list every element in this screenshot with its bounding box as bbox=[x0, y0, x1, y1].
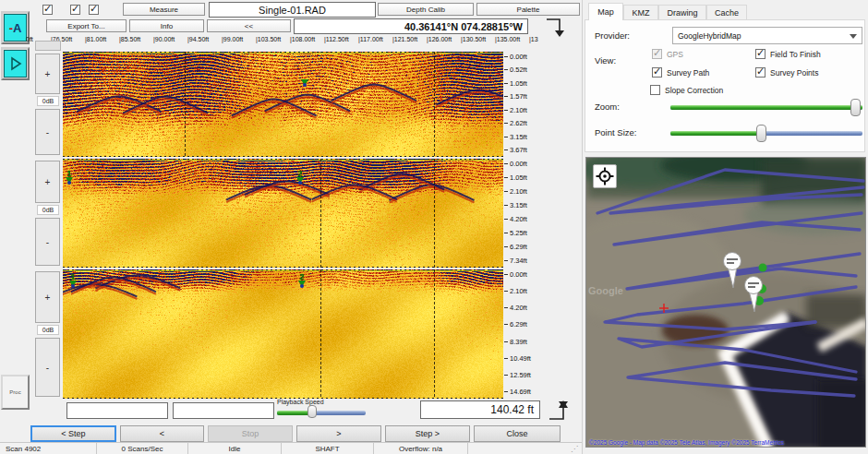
gps-checkbox[interactable]: ✓ bbox=[652, 49, 662, 59]
back-button[interactable]: < bbox=[120, 425, 204, 442]
palette-button[interactable]: Palette bbox=[476, 3, 580, 16]
proc-button[interactable]: Proc bbox=[1, 375, 30, 410]
export-to-button[interactable]: Export To... bbox=[46, 19, 127, 32]
close-button[interactable]: Close bbox=[474, 425, 561, 442]
depth-tick-label: 4.20ft bbox=[504, 304, 547, 312]
depth-tick-label: 0.52ft bbox=[504, 66, 547, 74]
marker-number: 1 bbox=[68, 273, 78, 281]
radargram-panel-2[interactable]: 1 2 bbox=[63, 159, 503, 268]
info-button[interactable]: Info bbox=[129, 19, 204, 32]
resize-grip[interactable]: ⋰ bbox=[571, 445, 578, 453]
depth-tick-label: 5.25ft bbox=[504, 229, 547, 237]
filename-field[interactable]: Single-01.RAD bbox=[209, 2, 376, 18]
depth-tick-label: 4.20ft bbox=[504, 215, 547, 223]
target-marker[interactable]: 2 bbox=[295, 170, 305, 184]
check-icon: ✓ bbox=[653, 47, 661, 59]
tab-drawing[interactable]: Drawing bbox=[658, 5, 706, 19]
survey-points-checkbox[interactable]: ✓ bbox=[755, 67, 766, 78]
depth-tick-label: 0.00ft bbox=[504, 270, 547, 279]
status-scan-rate: 0 Scans/Sec bbox=[97, 443, 188, 454]
target-marker[interactable]: 1 bbox=[65, 170, 74, 184]
measure-button[interactable]: Measure bbox=[123, 3, 205, 16]
depth-tick-label: 10.49ft bbox=[504, 354, 547, 363]
playback-speed-slider[interactable] bbox=[277, 410, 366, 416]
target-marker[interactable] bbox=[300, 79, 309, 86]
slider-thumb[interactable] bbox=[850, 99, 861, 116]
gps-locate-button[interactable] bbox=[593, 164, 617, 188]
slider-thumb[interactable] bbox=[756, 125, 766, 142]
gain-value-label-2: 0dB bbox=[37, 205, 59, 215]
depth-tick-label: 0.00ft bbox=[504, 160, 547, 168]
gain-minus-button-1[interactable]: - bbox=[35, 109, 60, 155]
status-overflow: Overflow: n/a bbox=[374, 443, 468, 454]
toolbar-checkbox-1[interactable]: ✓ bbox=[42, 5, 53, 15]
ruler-tick-label: |108.00ft bbox=[290, 36, 315, 42]
depth-tick-label: 14.69ft bbox=[504, 388, 547, 396]
gps-locate-icon bbox=[596, 167, 614, 185]
gain-plus-button-3[interactable]: + bbox=[35, 271, 60, 323]
survey-path-checkbox[interactable]: ✓ bbox=[652, 67, 662, 78]
map-canvas[interactable] bbox=[586, 158, 866, 448]
target-marker[interactable]: 2 bbox=[297, 273, 307, 287]
slider-fill bbox=[670, 105, 862, 110]
scroll-down-arrow-icon[interactable] bbox=[539, 17, 571, 39]
radargram-panel-3[interactable]: 1 2 bbox=[63, 269, 503, 399]
depth-tick-label: 8.39ft bbox=[504, 338, 547, 346]
gain-plus-button-1[interactable]: + bbox=[35, 54, 60, 94]
tab-map[interactable]: Map bbox=[588, 3, 623, 20]
ruler-tick-label: |13 bbox=[529, 36, 538, 42]
gain-column-header bbox=[35, 41, 61, 51]
gain-minus-button-2[interactable]: - bbox=[35, 218, 60, 266]
stop-button[interactable]: Stop bbox=[208, 425, 293, 442]
depth-tick-label: 2.10ft bbox=[504, 106, 547, 114]
forward-button[interactable]: > bbox=[296, 425, 381, 442]
slider-thumb[interactable] bbox=[307, 405, 317, 418]
ruler-tick-label: |121.50ft bbox=[392, 36, 417, 42]
playback-speed-label: Playback Speed bbox=[277, 399, 324, 405]
ruler-tick-label: |99.00ft bbox=[222, 36, 243, 42]
position-input-2[interactable] bbox=[173, 402, 274, 419]
gain-plus-button-2[interactable]: + bbox=[35, 161, 60, 203]
play-mode-button[interactable] bbox=[1, 47, 30, 80]
point-size-slider[interactable] bbox=[670, 130, 862, 137]
collapse-button[interactable]: << bbox=[207, 19, 291, 32]
check-icon: ✓ bbox=[71, 3, 79, 15]
radargram-canvas-3[interactable] bbox=[63, 269, 503, 399]
gain-value-label-1: 0dB bbox=[37, 96, 59, 106]
target-marker[interactable]: 1 bbox=[68, 273, 78, 287]
radargram-canvas-2[interactable] bbox=[63, 159, 503, 268]
tab-kmz[interactable]: KMZ bbox=[623, 5, 658, 19]
step-forward-button[interactable]: Step > bbox=[385, 425, 470, 442]
ruler-tick-label: 0ft bbox=[26, 36, 33, 42]
toolbar-checkbox-2[interactable]: ✓ bbox=[70, 5, 80, 15]
tab-cache[interactable]: Cache bbox=[706, 5, 747, 19]
check-icon: ✓ bbox=[756, 47, 765, 59]
step-back-button[interactable]: < Step bbox=[30, 425, 116, 442]
depth-tick-label: 6.29ft bbox=[504, 320, 547, 329]
field-to-finish-checkbox[interactable]: ✓ bbox=[755, 49, 766, 59]
distance-readout-field: 140.42 ft bbox=[420, 400, 540, 419]
zoom-slider[interactable] bbox=[670, 104, 862, 111]
marker-arrow-icon bbox=[301, 79, 308, 86]
provider-dropdown[interactable]: GoogleHybridMap bbox=[672, 27, 862, 44]
position-input-1[interactable] bbox=[66, 402, 168, 419]
provider-label: Provider: bbox=[595, 30, 630, 41]
toolbar-checkbox-3[interactable]: ✓ bbox=[89, 5, 99, 15]
map-tab-page: Provider: GoogleHybridMap View: ✓ GPS ✓ … bbox=[585, 19, 865, 152]
slope-correction-checkbox[interactable]: ✓ bbox=[650, 85, 660, 95]
status-scan-count: Scan 4902 bbox=[0, 443, 97, 454]
scroll-up-arrow-icon[interactable] bbox=[547, 399, 576, 423]
depth-calib-button[interactable]: Depth Calib bbox=[378, 3, 474, 16]
radargram-panel-1[interactable] bbox=[63, 52, 503, 157]
radargram-canvas-1[interactable] bbox=[63, 52, 503, 157]
ruler-tick-label: |112.50ft bbox=[324, 36, 349, 42]
marker-arrow-icon bbox=[298, 281, 306, 287]
depth-tick-label: 2.10ft bbox=[504, 287, 547, 295]
check-icon: ✓ bbox=[653, 66, 661, 78]
depth-tick-label: 1.05ft bbox=[504, 173, 547, 182]
depth-tick-label: 1.57ft bbox=[504, 92, 547, 101]
survey-points-label: Survey Points bbox=[770, 68, 818, 78]
map-view[interactable]: Google ©2025 Google - Map data ©2025 Tel… bbox=[585, 157, 866, 448]
marker-arrow-icon bbox=[66, 177, 73, 184]
gain-minus-button-3[interactable]: - bbox=[35, 338, 60, 397]
